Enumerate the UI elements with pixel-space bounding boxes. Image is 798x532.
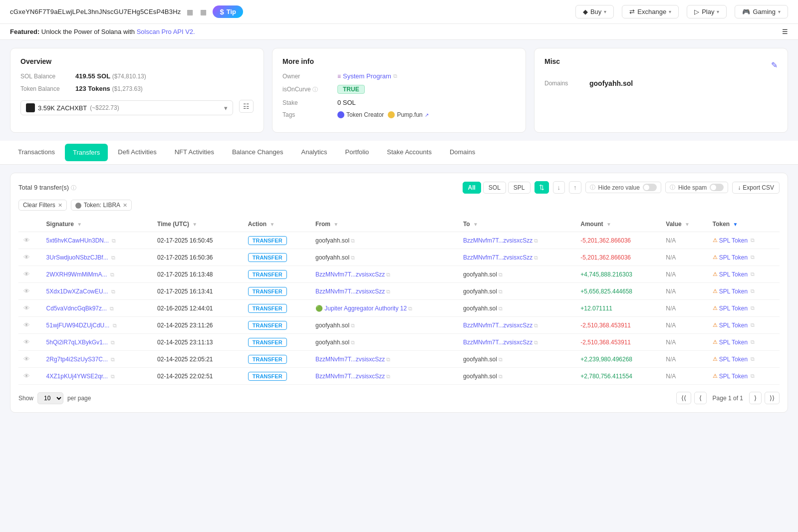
copy-token-icon[interactable]: ⧉ [751,373,755,379]
copy-to-icon[interactable]: ⧉ [499,288,503,294]
is-on-curve-info-icon[interactable]: ⓘ [312,86,318,92]
calendar-icon[interactable]: ☷ [239,100,254,113]
tab-domains[interactable]: Domains [442,141,483,164]
exchange-button[interactable]: ⇄ Exchange ▾ [622,5,679,18]
buy-button[interactable]: ◆ Buy ▾ [575,5,614,18]
to-address-link[interactable]: BzzMNvfm7T...zvsisxcSzz [463,322,532,329]
signature-link[interactable]: 3UrSwdjuoNSbzCJBf... [46,254,108,261]
token-filter-active-icon[interactable]: ▼ [733,222,738,227]
filter-sol-button[interactable]: SOL [483,182,506,194]
copy-from-icon[interactable]: ⧉ [351,255,355,261]
copy-token-icon[interactable]: ⧉ [751,322,755,328]
copy-from-icon[interactable]: ⧉ [351,339,355,345]
to-address-link[interactable]: BzzMNvfm7T...zvsisxcSzz [463,237,532,244]
filter-spl-button[interactable]: SPL [508,182,531,194]
qr-icon[interactable]: ▦ [200,8,207,16]
list-icon[interactable]: ☰ [782,28,788,35]
featured-link[interactable]: Solscan Pro API V2. [137,28,195,35]
to-address-link[interactable]: BzzMNvfm7T...zvsisxcSzz [463,254,532,261]
copy-signature-icon[interactable]: ⧉ [111,339,115,345]
copy-signature-icon[interactable]: ⧉ [111,356,115,362]
from-address-link[interactable]: BzzMNvfm7T...zvsisxcSzz [315,271,385,278]
copy-token-icon[interactable]: ⧉ [751,356,755,362]
eye-icon[interactable]: 👁 [23,254,30,261]
spl-token-link[interactable]: SPL Token [719,254,748,261]
copy-from-icon[interactable]: ⧉ [386,356,390,362]
owner-link[interactable]: ≡ System Program ⧉ [337,72,397,80]
copy-to-icon[interactable]: ⧉ [499,373,503,379]
value-filter-icon[interactable]: ▼ [685,222,690,227]
edit-icon[interactable]: ✎ [771,60,778,70]
eye-icon[interactable]: 👁 [23,287,30,295]
spl-token-link[interactable]: SPL Token [719,356,748,363]
tip-button[interactable]: $ Tip [213,5,243,18]
copy-from-icon[interactable]: ⧉ [386,271,390,277]
spl-token-link[interactable]: SPL Token [719,339,748,346]
tab-transfers[interactable]: Transfers [65,144,108,161]
copy-signature-icon[interactable]: ⧉ [110,271,114,277]
amount-filter-icon[interactable]: ▼ [606,222,611,227]
filter-all-button[interactable]: All [463,182,481,194]
copy-to-icon[interactable]: ⧉ [534,322,538,328]
copy-to-icon[interactable]: ⧉ [499,305,503,311]
eye-icon[interactable]: 👁 [23,237,30,244]
copy-token-icon[interactable]: ⧉ [751,271,755,277]
signature-link[interactable]: 4XZ1pKUj4YWSE2qr... [46,373,108,380]
hide-zero-info-icon[interactable]: ⓘ [590,184,595,191]
sort-up-button[interactable]: ↑ [569,181,581,194]
copy-to-icon[interactable]: ⧉ [534,339,538,345]
copy-signature-icon[interactable]: ⧉ [111,255,115,261]
copy-to-icon[interactable]: ⧉ [534,238,538,244]
time-filter-icon[interactable]: ▼ [192,222,197,227]
prev-page-button[interactable]: ⟨ [694,392,707,404]
copy-signature-icon[interactable]: ⧉ [113,322,117,328]
from-address-link[interactable]: BzzMNvfm7T...zvsisxcSzz [315,373,385,380]
spl-token-link[interactable]: SPL Token [719,288,748,295]
copy-token-icon[interactable]: ⧉ [751,254,755,261]
gaming-button[interactable]: 🎮 Gaming ▾ [735,5,788,18]
hide-spam-info-icon[interactable]: ⓘ [670,184,675,191]
signature-link[interactable]: 51wjFUW94DZUjCdU... [46,322,110,329]
copy-to-icon[interactable]: ⧉ [534,255,538,261]
sort-down-button[interactable]: ↓ [553,181,565,194]
eye-icon[interactable]: 👁 [23,304,30,312]
tab-defi[interactable]: Defi Activities [110,141,164,164]
signature-link[interactable]: 5xt6hvKCawHUn3DN... [46,237,109,244]
to-filter-icon[interactable]: ▼ [473,222,478,227]
eye-icon[interactable]: 👁 [23,338,30,346]
spl-token-link[interactable]: SPL Token [719,322,748,329]
copy-token-icon[interactable]: ⧉ [751,237,755,244]
copy-from-icon[interactable]: ⧉ [351,322,355,328]
tab-analytics[interactable]: Analytics [293,141,335,164]
copy-from-icon[interactable]: ⧉ [386,288,390,294]
token-filter-tag[interactable]: Token: LIBRA ✕ [71,200,132,211]
signature-link[interactable]: 5Xdx1DwXZaCowEU... [46,288,108,295]
signature-link[interactable]: Cd5vaVdncGqBk97z... [46,305,107,312]
token-filter-x-icon[interactable]: ✕ [123,202,127,209]
copy-signature-icon[interactable]: ⧉ [112,238,116,244]
copy-to-icon[interactable]: ⧉ [499,271,503,277]
signature-filter-icon[interactable]: ▼ [77,222,82,227]
from-address-link[interactable]: BzzMNvfm7T...zvsisxcSzz [315,288,385,295]
total-info-icon[interactable]: ⓘ [71,185,76,191]
spl-token-link[interactable]: SPL Token [719,271,748,278]
export-csv-button[interactable]: ↓ Export CSV [732,182,780,194]
copy-token-icon[interactable]: ⧉ [751,339,755,345]
last-page-button[interactable]: ⟩⟩ [765,392,780,404]
signature-link[interactable]: 2Rg7tp4i2SzUyS37C... [46,356,108,363]
to-address-link[interactable]: BzzMNvfm7T...zvsisxcSzz [463,339,532,346]
from-address-link[interactable]: 🟢 Jupiter Aggregator Authority 12 [315,305,407,312]
copy-address-icon[interactable]: ▦ [187,8,193,16]
copy-to-icon[interactable]: ⧉ [499,356,503,362]
signature-link[interactable]: 5hQi2iR7qLXBykGv1... [46,339,108,346]
action-filter-icon[interactable]: ▼ [269,222,274,227]
tab-nft[interactable]: NFT Activities [167,141,222,164]
hide-zero-toggle[interactable] [643,184,657,191]
eye-icon[interactable]: 👁 [23,270,30,278]
tab-portfolio[interactable]: Portfolio [337,141,377,164]
copy-signature-icon[interactable]: ⧉ [110,305,114,311]
copy-signature-icon[interactable]: ⧉ [111,373,115,379]
next-page-button[interactable]: ⟩ [749,392,762,404]
hide-spam-toggle[interactable] [710,184,724,191]
copy-from-icon[interactable]: ⧉ [386,373,390,379]
